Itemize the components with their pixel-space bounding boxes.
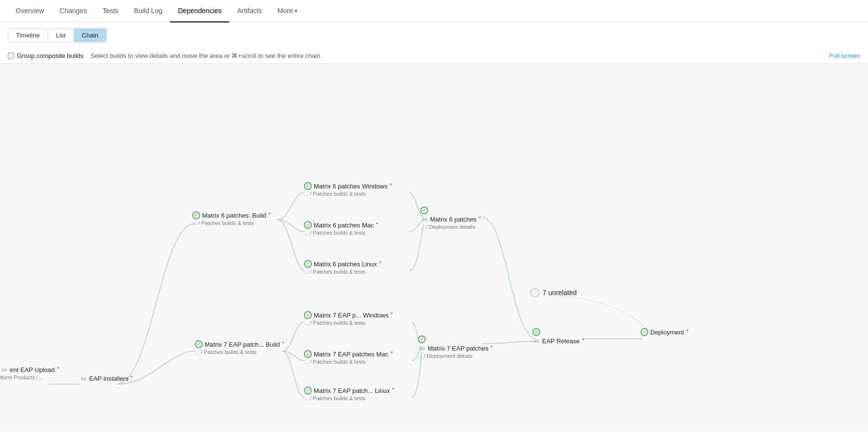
- node-matrix7-eap-linux[interactable]: Matrix 7 EAP patch... Linux ˅ ... / Patc…: [304, 387, 395, 401]
- node-matrix7-eap-mac[interactable]: Matrix 7 EAP patches Mac ˅ ... / Patches…: [304, 350, 394, 365]
- composite-icon: ▭: [0, 366, 8, 373]
- tab-tests[interactable]: Tests: [94, 0, 126, 22]
- group-composite-checkbox[interactable]: [8, 53, 14, 59]
- node-matrix7-eap-patches[interactable]: ▭ Matrix 7 EAP patches ˅ ... / Deploymen…: [418, 335, 493, 359]
- check-icon-matrix7-eap-build: [195, 340, 203, 348]
- view-switcher: Timeline List Chain: [8, 28, 107, 42]
- check-icon-matrix6-build: [192, 211, 200, 219]
- tab-changes[interactable]: Changes: [52, 0, 94, 22]
- fullscreen-link[interactable]: Full screen: [829, 52, 860, 59]
- composite-icon-eap-installers: ▭: [79, 374, 87, 382]
- tab-dependencies[interactable]: Dependencies: [170, 0, 229, 22]
- node-matrix7-eap-windows[interactable]: Matrix 7 EAP p... Windows ˅ ... / Patche…: [304, 311, 394, 326]
- node-matrix6-patches[interactable]: ▭ Matrix 6 patches ˅ ... / Deployment de…: [420, 206, 482, 230]
- toolbar-hint: Select builds to view details and move t…: [91, 52, 321, 59]
- check-icon-matrix7-eap-linux: [304, 387, 312, 394]
- node-deployment[interactable]: Deployment ˅: [641, 328, 689, 336]
- view-chain-button[interactable]: Chain: [74, 29, 106, 42]
- unrelated-circle-icon: [530, 288, 540, 297]
- node-unrelated[interactable]: 7 unrelated: [530, 288, 577, 297]
- check-icon-matrix6-linux: [304, 260, 312, 268]
- node-matrix6-linux[interactable]: Matrix 6 patches Linux ˅ ... / Patches b…: [304, 260, 382, 275]
- composite-icon-matrix7-eap-patches: ▭: [418, 344, 426, 352]
- node-matrix7-eap-build[interactable]: Matrix 7 EAP patch... Build ˅ ... / Patc…: [195, 340, 285, 355]
- check-icon-deployment: [641, 328, 648, 336]
- check-icon-matrix6-mac: [304, 221, 312, 229]
- node-eap-installers[interactable]: ▭ EAP installers ˅: [79, 374, 133, 382]
- node-eap-release[interactable]: ▭ EAP Release ˅: [532, 328, 585, 345]
- nav-tabs: Overview Changes Tests Build Log Depende…: [0, 0, 868, 22]
- tab-more[interactable]: More: [270, 0, 306, 22]
- check-icon-matrix7-eap-patches: [418, 335, 426, 343]
- node-matrix6-windows[interactable]: Matrix 6 patches Windows ˅ ... / Patches…: [304, 182, 393, 197]
- check-icon-eap-release: [532, 328, 540, 336]
- check-icon-matrix6-windows: [304, 182, 312, 190]
- check-icon-matrix7-eap-windows: [304, 311, 312, 319]
- toolbar: Group composite builds Select builds to …: [0, 48, 868, 64]
- node-matrix6-build[interactable]: Matrix 6 patches: Build ˅ ... / Patches …: [192, 211, 271, 226]
- tab-artifacts[interactable]: Artifacts: [229, 0, 270, 22]
- check-icon-matrix7-eap-mac: [304, 350, 312, 358]
- node-matrix6-mac[interactable]: Matrix 6 patches Mac ˅ ... / Patches bui…: [304, 221, 379, 236]
- view-list-button[interactable]: List: [48, 29, 74, 42]
- composite-icon-eap-release: ▭: [532, 337, 540, 345]
- tab-overview[interactable]: Overview: [8, 0, 52, 22]
- group-composite-label: Group composite builds: [17, 52, 84, 59]
- group-composite-checkbox-label[interactable]: Group composite builds: [8, 52, 84, 59]
- chain-canvas[interactable]: ▭ ent EAP Upload ˅ tform Products /... ▭…: [0, 64, 868, 432]
- view-timeline-button[interactable]: Timeline: [8, 29, 48, 42]
- node-eap-upload[interactable]: ▭ ent EAP Upload ˅ tform Products /...: [0, 366, 60, 380]
- composite-icon-matrix6-patches: ▭: [420, 215, 428, 223]
- tab-build-log[interactable]: Build Log: [126, 0, 170, 22]
- check-icon-matrix6-patches: [420, 206, 428, 214]
